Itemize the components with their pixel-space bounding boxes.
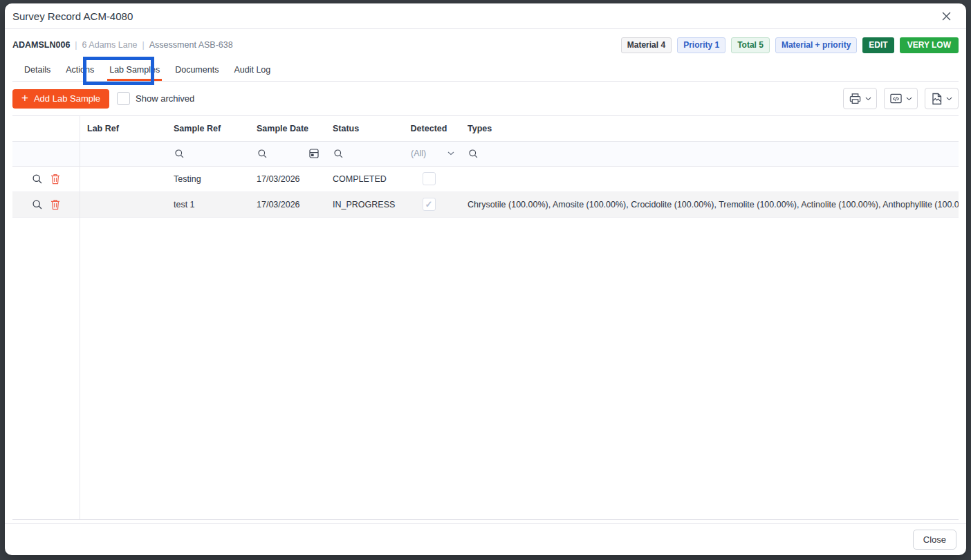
export-image-button[interactable]: [925, 88, 959, 109]
table-row: Testing 17/03/2026 COMPLETED ✓: [12, 166, 959, 192]
material-score-badge: Material 4: [621, 37, 672, 53]
dialog-title: Survey Record ACM-4080: [12, 10, 133, 22]
filter-row: (All): [12, 141, 959, 166]
close-icon: [942, 12, 951, 21]
col-detected[interactable]: Detected: [398, 116, 460, 141]
search-icon[interactable]: [257, 149, 268, 159]
assessment-ref: Assessment ASB-638: [149, 40, 233, 50]
tab-bar: Details Actions Lab Samples Documents Au…: [12, 60, 959, 82]
breadcrumb-separator: |: [75, 40, 77, 50]
filter-sample-date[interactable]: [249, 141, 325, 166]
table-row: test 1 17/03/2026 IN_PROGRESS ✓ Chrysoti…: [12, 192, 959, 217]
col-sample-ref[interactable]: Sample Ref: [166, 116, 249, 141]
export-button-group: [843, 88, 959, 109]
col-types[interactable]: Types: [460, 116, 959, 141]
delete-sample-icon[interactable]: [50, 174, 60, 185]
cell-sample-date: 17/03/2026: [249, 166, 325, 192]
dialog-close-icon-button[interactable]: [937, 7, 955, 25]
cell-status: COMPLETED: [325, 166, 398, 192]
check-icon: ✓: [425, 199, 433, 209]
cell-sample-ref: test 1: [166, 192, 249, 217]
lab-samples-toolbar: + Add Lab Sample ✓ Show archived: [12, 88, 959, 109]
filter-detected[interactable]: (All): [398, 141, 460, 166]
filter-lab-ref[interactable]: [80, 141, 166, 166]
dialog-body: ADAMSLN006 | 6 Adams Lane | Assessment A…: [5, 29, 966, 523]
add-lab-sample-label: Add Lab Sample: [34, 93, 100, 104]
view-sample-icon[interactable]: [32, 174, 43, 185]
delete-sample-icon[interactable]: [50, 199, 60, 210]
plus-icon: +: [21, 92, 28, 104]
detected-filter-select[interactable]: (All): [406, 149, 454, 158]
detected-filter-value: (All): [406, 149, 426, 158]
site-address: 6 Adams Lane: [82, 40, 138, 50]
chevron-down-icon: [447, 151, 454, 156]
cell-detected: ✓: [398, 192, 460, 217]
tab-documents[interactable]: Documents: [169, 60, 225, 81]
detected-checkbox: ✓: [423, 198, 436, 211]
dialog-titlebar: Survey Record ACM-4080: [5, 3, 966, 29]
show-archived-checkbox[interactable]: ✓: [117, 92, 130, 105]
view-sample-icon[interactable]: [32, 199, 43, 210]
row-actions-cell: [12, 192, 80, 217]
cell-lab-ref: [80, 192, 166, 217]
edit-button[interactable]: EDIT: [862, 37, 894, 53]
chevron-down-icon: [906, 97, 912, 101]
print-button[interactable]: [843, 88, 877, 109]
badge-group: Material 4 Priority 1 Total 5 Material +…: [621, 37, 959, 53]
export-code-button[interactable]: [884, 88, 918, 109]
search-icon[interactable]: [333, 149, 344, 159]
survey-record-dialog: Survey Record ACM-4080 ADAMSLN006 | 6 Ad…: [5, 3, 966, 555]
add-lab-sample-button[interactable]: + Add Lab Sample: [12, 89, 109, 109]
cell-status: IN_PROGRESS: [325, 192, 398, 217]
table-header-row: Lab Ref Sample Ref Sample Date Status De…: [12, 116, 959, 141]
site-code: ADAMSLN006: [12, 40, 70, 50]
material-priority-badge: Material + priority: [775, 37, 857, 53]
risk-level-badge: VERY LOW: [900, 37, 959, 53]
lab-samples-table: Lab Ref Sample Ref Sample Date Status De…: [12, 116, 959, 218]
total-score-badge: Total 5: [731, 37, 770, 53]
export-image-icon: [931, 93, 943, 105]
breadcrumb: ADAMSLN006 | 6 Adams Lane | Assessment A…: [12, 40, 233, 50]
date-editor-icon[interactable]: [308, 148, 320, 159]
tab-audit-log[interactable]: Audit Log: [228, 60, 277, 81]
filter-sample-ref[interactable]: [166, 141, 249, 166]
cell-sample-ref: Testing: [166, 166, 249, 192]
show-archived-label: Show archived: [136, 93, 194, 104]
search-icon[interactable]: [174, 149, 185, 159]
tab-details[interactable]: Details: [18, 60, 57, 81]
col-actions: [12, 116, 80, 141]
cell-lab-ref: [80, 166, 166, 192]
tab-actions[interactable]: Actions: [59, 60, 100, 81]
priority-score-badge: Priority 1: [677, 37, 725, 53]
cell-detected: ✓: [398, 166, 460, 192]
filter-types[interactable]: [460, 141, 959, 166]
detected-checkbox: ✓: [423, 172, 436, 185]
close-button[interactable]: Close: [913, 530, 956, 550]
chevron-down-icon: [946, 97, 952, 101]
cell-types: [460, 166, 959, 192]
filter-status[interactable]: [325, 141, 398, 166]
col-status[interactable]: Status: [325, 116, 398, 141]
col-lab-ref[interactable]: Lab Ref: [80, 116, 166, 141]
export-code-icon: [889, 93, 903, 104]
record-subheader: ADAMSLN006 | 6 Adams Lane | Assessment A…: [12, 37, 959, 53]
show-archived-control: ✓ Show archived: [117, 92, 194, 105]
lab-samples-grid: Lab Ref Sample Ref Sample Date Status De…: [12, 115, 959, 520]
cell-types: Chrysotile (100.00%), Amosite (100.00%),…: [460, 192, 959, 217]
cell-sample-date: 17/03/2026: [249, 192, 325, 217]
search-icon[interactable]: [468, 149, 479, 159]
col-sample-date[interactable]: Sample Date: [249, 116, 325, 141]
printer-icon: [849, 93, 862, 104]
row-actions-cell: [12, 166, 80, 192]
dialog-footer: Close: [5, 523, 966, 555]
breadcrumb-separator: |: [142, 40, 145, 50]
tab-lab-samples[interactable]: Lab Samples: [103, 60, 166, 81]
filter-actions-cell: [12, 141, 80, 166]
chevron-down-icon: [865, 97, 871, 101]
